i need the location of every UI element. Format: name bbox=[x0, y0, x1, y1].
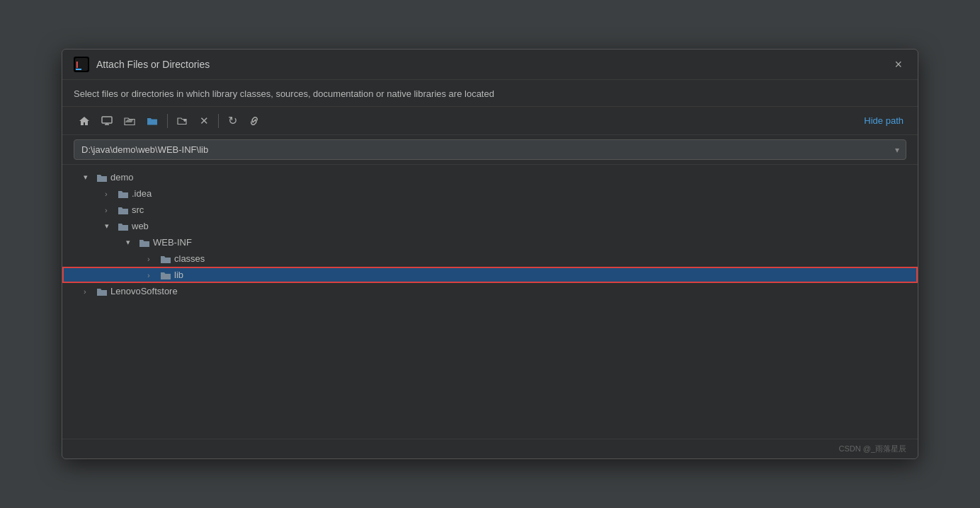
lib-label: lib bbox=[174, 270, 183, 280]
tree-item-idea[interactable]: › .idea bbox=[62, 185, 918, 202]
chevron-lib: › bbox=[147, 271, 157, 279]
home-icon bbox=[79, 115, 90, 127]
app-icon: I bbox=[74, 57, 89, 72]
folder-web-icon bbox=[118, 221, 129, 231]
folder-highlight-button[interactable] bbox=[142, 112, 163, 129]
folder-lib-icon bbox=[160, 270, 171, 280]
path-row: D:\java\demo\web\WEB-INF\lib ▾ bbox=[62, 135, 918, 165]
file-tree: ▾ demo › .idea › src ▾ bbox=[62, 165, 918, 439]
dialog-titlebar: I Attach Files or Directories × bbox=[62, 50, 918, 80]
chevron-lenovosoftstore: › bbox=[84, 287, 93, 296]
path-select-wrapper: D:\java\demo\web\WEB-INF\lib ▾ bbox=[74, 139, 906, 160]
folder-lenovosoftstore-icon bbox=[96, 287, 108, 296]
refresh-button[interactable]: ↻ bbox=[223, 111, 242, 130]
folder-demo-icon bbox=[96, 173, 108, 183]
close-button[interactable]: × bbox=[890, 57, 906, 72]
chevron-demo: ▾ bbox=[84, 173, 93, 182]
svg-rect-4 bbox=[102, 117, 112, 123]
new-folder-icon bbox=[177, 115, 188, 127]
dialog-footer: CSDN @_雨落星辰 bbox=[62, 439, 918, 458]
folder-classes-icon bbox=[160, 254, 171, 264]
separator-1 bbox=[167, 114, 168, 128]
folder-webinf-icon bbox=[139, 238, 150, 248]
web-label: web bbox=[132, 221, 149, 231]
footer-credit: CSDN @_雨落星辰 bbox=[838, 444, 906, 454]
tree-item-web[interactable]: ▾ web bbox=[62, 218, 918, 234]
separator-2 bbox=[218, 114, 219, 128]
tree-item-classes[interactable]: › classes bbox=[62, 250, 918, 267]
demo-label: demo bbox=[110, 172, 134, 183]
path-select[interactable]: D:\java\demo\web\WEB-INF\lib bbox=[74, 139, 906, 160]
chevron-idea: › bbox=[105, 190, 115, 198]
link-icon bbox=[249, 115, 260, 127]
folder-idea-icon bbox=[118, 189, 129, 199]
svg-rect-3 bbox=[76, 69, 81, 70]
home-button[interactable] bbox=[74, 112, 95, 129]
link-button[interactable] bbox=[244, 112, 265, 129]
open-folder-icon bbox=[124, 115, 135, 127]
desktop-icon bbox=[101, 115, 113, 127]
tree-item-lib[interactable]: › lib bbox=[62, 267, 918, 283]
chevron-src: › bbox=[105, 206, 115, 214]
svg-text:I: I bbox=[76, 59, 79, 70]
hide-path-button[interactable]: Hide path bbox=[861, 114, 906, 127]
src-label: src bbox=[132, 204, 144, 215]
dialog-title: Attach Files or Directories bbox=[96, 59, 883, 70]
dialog-subtitle: Select files or directories in which lib… bbox=[62, 80, 918, 107]
idea-label: .idea bbox=[132, 188, 152, 199]
webinf-label: WEB-INF bbox=[153, 237, 192, 248]
classes-label: classes bbox=[174, 253, 205, 264]
attach-files-dialog: I Attach Files or Directories × Select f… bbox=[62, 49, 918, 459]
new-folder-button[interactable] bbox=[172, 112, 193, 129]
folder-highlight-icon bbox=[147, 115, 158, 127]
desktop-button[interactable] bbox=[96, 112, 118, 129]
folder-src-icon bbox=[118, 205, 129, 215]
delete-button[interactable]: ✕ bbox=[195, 112, 214, 130]
open-folder-button[interactable] bbox=[119, 112, 140, 129]
tree-item-demo[interactable]: ▾ demo bbox=[62, 169, 918, 185]
tree-item-src[interactable]: › src bbox=[62, 202, 918, 218]
tree-item-lenovosoftstore[interactable]: › LenovoSoftstore bbox=[62, 283, 918, 299]
toolbar: ✕ ↻ Hide path bbox=[62, 107, 918, 135]
chevron-web: ▾ bbox=[105, 221, 115, 231]
tree-item-webinf[interactable]: ▾ WEB-INF bbox=[62, 234, 918, 250]
chevron-webinf: ▾ bbox=[126, 238, 136, 247]
chevron-classes: › bbox=[147, 255, 157, 263]
lenovosoftstore-label: LenovoSoftstore bbox=[110, 286, 178, 296]
